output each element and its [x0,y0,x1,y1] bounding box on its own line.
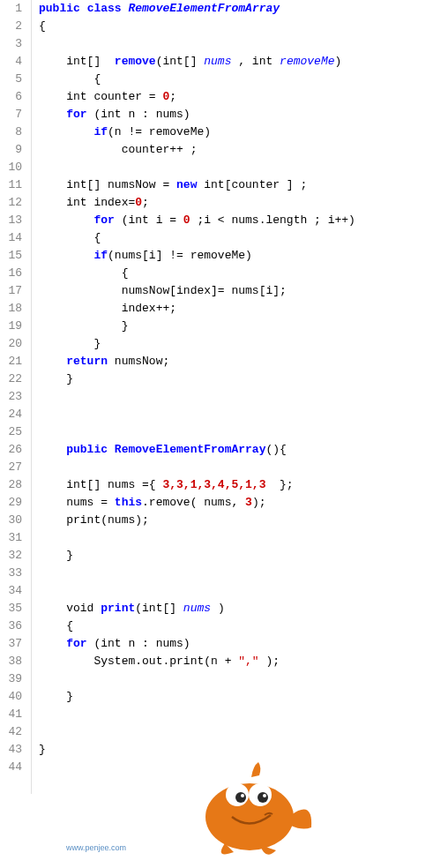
line-number: 34 [0,582,22,600]
line-number: 18 [0,300,22,318]
line-number [0,776,22,794]
code-line [39,565,448,582]
code-line: if(n != removeMe) [39,123,448,141]
line-number: 21 [0,353,22,370]
line-number: 12 [0,194,22,212]
code-line: { [39,229,448,247]
line-number: 42 [0,723,22,741]
code-line [39,706,448,723]
line-number: 15 [0,247,22,265]
line-number: 17 [0,282,22,300]
code-line: { [39,18,448,35]
line-number: 13 [0,212,22,229]
line-number: 14 [0,229,22,247]
line-number: 30 [0,512,22,529]
line-number: 8 [0,123,22,141]
line-number: 10 [0,159,22,176]
line-number: 39 [0,670,22,688]
line-number: 26 [0,441,22,459]
code-line: return numsNow; [39,353,448,370]
line-number: 31 [0,529,22,547]
code-line [39,35,448,53]
code-line: int counter = 0; [39,88,448,106]
code-line: int[] remove(int[] nums , int removeMe) [39,53,448,71]
line-number: 25 [0,423,22,441]
code-line [39,723,448,741]
line-number: 41 [0,706,22,723]
line-number: 35 [0,600,22,617]
line-number: 44 [0,759,22,776]
line-number: 20 [0,335,22,353]
code-line: } [39,547,448,565]
line-number: 6 [0,88,22,106]
code-content: public class RemoveElementFromArray { in… [32,0,448,794]
code-line [39,159,448,176]
line-number: 19 [0,318,22,335]
code-line [39,670,448,688]
line-number: 24 [0,406,22,423]
code-line [39,406,448,423]
code-line: } [39,370,448,388]
code-line [39,388,448,406]
code-line: } [39,318,448,335]
code-line: print(nums); [39,512,448,529]
code-line: } [39,335,448,353]
code-line: void print(int[] nums ) [39,600,448,617]
line-number: 36 [0,617,22,635]
code-line: int[] numsNow = new int[counter ] ; [39,176,448,194]
code-line: counter++ ; [39,141,448,159]
line-number: 33 [0,565,22,582]
line-number: 2 [0,18,22,35]
line-number: 22 [0,370,22,388]
line-number: 40 [0,688,22,706]
code-line: if(nums[i] != removeMe) [39,247,448,265]
code-line [39,423,448,441]
line-number: 16 [0,265,22,282]
line-number: 4 [0,53,22,71]
penjee-mascot-icon [198,746,313,861]
code-line: int[] nums ={ 3,3,1,3,4,5,1,3 }; [39,476,448,494]
code-line: public RemoveElementFromArray(){ [39,441,448,459]
code-line: { [39,265,448,282]
code-line [39,529,448,547]
line-number: 5 [0,71,22,88]
code-line: for (int n : nums) [39,635,448,653]
svg-point-6 [263,794,266,797]
code-editor: 1 2 3 4 5 6 7 8 9 10 11 12 13 14 15 16 1… [0,0,448,794]
code-line: { [39,71,448,88]
line-number: 11 [0,176,22,194]
line-number: 1 [0,0,22,18]
code-line: numsNow[index]= nums[i]; [39,282,448,300]
website-url: www.penjee.com [66,843,126,852]
code-line: int index=0; [39,194,448,212]
line-number: 43 [0,741,22,759]
code-line [39,459,448,476]
line-number: 28 [0,476,22,494]
line-number: 29 [0,494,22,512]
code-line: } [39,688,448,706]
line-number: 3 [0,35,22,53]
code-line: for (int i = 0 ;i < nums.length ; i++) [39,212,448,229]
code-line: System.out.print(n + "," ); [39,653,448,670]
code-line: public class RemoveElementFromArray [39,0,448,18]
line-number: 9 [0,141,22,159]
svg-point-3 [235,792,246,803]
code-line: { [39,617,448,635]
code-line: for (int n : nums) [39,106,448,123]
line-number: 7 [0,106,22,123]
line-number: 27 [0,459,22,476]
line-number: 37 [0,635,22,653]
line-number: 32 [0,547,22,565]
svg-point-4 [258,792,268,803]
code-line: nums = this.remove( nums, 3); [39,494,448,512]
code-line: index++; [39,300,448,318]
line-number: 38 [0,653,22,670]
line-number: 23 [0,388,22,406]
svg-point-5 [241,794,244,797]
line-numbers-gutter: 1 2 3 4 5 6 7 8 9 10 11 12 13 14 15 16 1… [0,0,32,794]
code-line [39,582,448,600]
